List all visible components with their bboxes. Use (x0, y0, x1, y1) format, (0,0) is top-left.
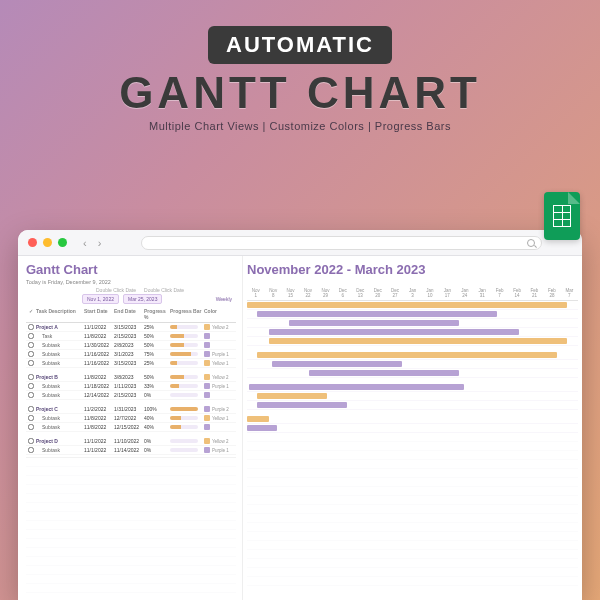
progress-pct: 0% (144, 438, 170, 444)
task-checkbox[interactable] (28, 324, 34, 330)
start-date: 11/2/2022 (84, 406, 114, 412)
task-checkbox[interactable] (28, 333, 34, 339)
gantt-bar[interactable] (289, 320, 459, 326)
task-checkbox[interactable] (28, 392, 34, 398)
close-dot[interactable] (28, 238, 37, 247)
end-date: 1/11/2023 (114, 383, 144, 389)
color-swatch-icon (204, 406, 210, 412)
task-name: Subtask (36, 342, 84, 348)
task-checkbox[interactable] (28, 374, 34, 380)
col-progress: Progress % (144, 308, 170, 320)
col-end: End Date (114, 308, 144, 320)
task-checkbox[interactable] (28, 447, 34, 453)
start-date: 11/30/2022 (84, 342, 114, 348)
color-swatch-icon (204, 383, 210, 389)
progress-bar (170, 384, 204, 388)
color-cell: Yellow 2 (204, 438, 232, 444)
table-row[interactable]: Task11/8/20222/15/202350% (26, 332, 236, 341)
gantt-bar[interactable] (247, 416, 269, 422)
hero-badge: AUTOMATIC (208, 26, 392, 64)
color-cell (204, 392, 232, 398)
timeline-tick: Nov1 (247, 288, 264, 298)
gantt-bar[interactable] (257, 393, 327, 399)
gantt-bar[interactable] (247, 302, 567, 308)
task-checkbox[interactable] (28, 415, 34, 421)
progress-pct: 75% (144, 351, 170, 357)
table-row[interactable]: Subtask11/8/202212/15/202240% (26, 423, 236, 432)
table-row[interactable]: Project D11/1/202211/10/20220%Yellow 2 (26, 437, 236, 446)
timeline-tick: Dec27 (386, 288, 403, 298)
start-date: 11/16/2022 (84, 360, 114, 366)
table-row[interactable]: Subtask11/16/20223/1/202375%Purple 1 (26, 350, 236, 359)
table-row[interactable]: Subtask11/1/202211/14/20220%Purple 1 (26, 446, 236, 455)
chip-end-date[interactable]: Mar 25, 2023 (123, 294, 162, 304)
view-mode[interactable]: Weekly (216, 296, 232, 302)
gantt-bar[interactable] (247, 425, 277, 431)
minimize-dot[interactable] (43, 238, 52, 247)
col-start: Start Date (84, 308, 114, 320)
empty-rows (26, 457, 236, 600)
double-click-hints: Double Click Date Double Click Date (26, 287, 236, 293)
progress-pct: 100% (144, 406, 170, 412)
gantt-bar[interactable] (257, 311, 497, 317)
gantt-bar[interactable] (257, 402, 347, 408)
end-date: 2/15/2023 (114, 333, 144, 339)
timeline-tick: Jan17 (439, 288, 456, 298)
progress-pct: 40% (144, 424, 170, 430)
task-checkbox[interactable] (28, 438, 34, 444)
gantt-bar[interactable] (269, 338, 567, 344)
table-row[interactable]: Subtask11/16/20223/15/202325%Yellow 1 (26, 359, 236, 368)
table-row[interactable]: Subtask11/30/20222/8/202350% (26, 341, 236, 350)
gantt-bar[interactable] (272, 361, 402, 367)
task-rows: Project A11/1/20223/15/202325%Yellow 2Ta… (26, 323, 236, 455)
task-name: Subtask (36, 415, 84, 421)
hero-title: GANTT CHART (18, 68, 582, 118)
color-swatch-icon (204, 333, 210, 339)
gantt-bar[interactable] (257, 352, 557, 358)
progress-bar (170, 439, 204, 443)
table-row[interactable]: Subtask11/8/202212/7/202240%Yellow 1 (26, 414, 236, 423)
page-title: Gantt Chart (26, 262, 236, 277)
color-cell: Yellow 1 (204, 360, 232, 366)
start-date: 11/8/2022 (84, 424, 114, 430)
gantt-bar[interactable] (249, 384, 464, 390)
table-row[interactable]: Project C11/2/20221/31/2023100%Purple 2 (26, 405, 236, 414)
end-date: 3/15/2023 (114, 360, 144, 366)
progress-pct: 50% (144, 342, 170, 348)
progress-bar (170, 448, 204, 452)
color-swatch-icon (204, 415, 210, 421)
task-checkbox[interactable] (28, 406, 34, 412)
nav-arrows[interactable]: ‹ › (83, 237, 105, 249)
start-date: 11/1/2022 (84, 447, 114, 453)
search-input[interactable] (141, 236, 542, 250)
start-date: 11/18/2022 (84, 383, 114, 389)
start-date: 11/1/2022 (84, 438, 114, 444)
color-cell (204, 333, 232, 339)
gantt-row (247, 369, 578, 378)
gantt-bar[interactable] (309, 370, 459, 376)
table-row[interactable]: Project A11/1/20223/15/202325%Yellow 2 (26, 323, 236, 332)
task-checkbox[interactable] (28, 360, 34, 366)
task-checkbox[interactable] (28, 424, 34, 430)
color-cell: Yellow 2 (204, 374, 232, 380)
gantt-row (247, 415, 578, 424)
color-cell (204, 342, 232, 348)
start-date: 12/14/2022 (84, 392, 114, 398)
end-date: 12/7/2022 (114, 415, 144, 421)
gantt-bar[interactable] (269, 329, 519, 335)
task-checkbox[interactable] (28, 383, 34, 389)
chip-start-date[interactable]: Nov 1, 2022 (82, 294, 119, 304)
task-checkbox[interactable] (28, 342, 34, 348)
progress-bar (170, 375, 204, 379)
progress-pct: 25% (144, 324, 170, 330)
table-row[interactable]: Subtask11/18/20221/11/202333%Purple 1 (26, 382, 236, 391)
progress-bar (170, 325, 204, 329)
table-row[interactable]: Project B11/8/20223/8/202350%Yellow 2 (26, 373, 236, 382)
col-task: Task Description (36, 308, 84, 320)
google-sheets-icon (544, 192, 580, 240)
table-row[interactable]: Subtask12/14/20222/15/20230% (26, 391, 236, 400)
maximize-dot[interactable] (58, 238, 67, 247)
progress-pct: 25% (144, 360, 170, 366)
task-checkbox[interactable] (28, 351, 34, 357)
progress-pct: 40% (144, 415, 170, 421)
